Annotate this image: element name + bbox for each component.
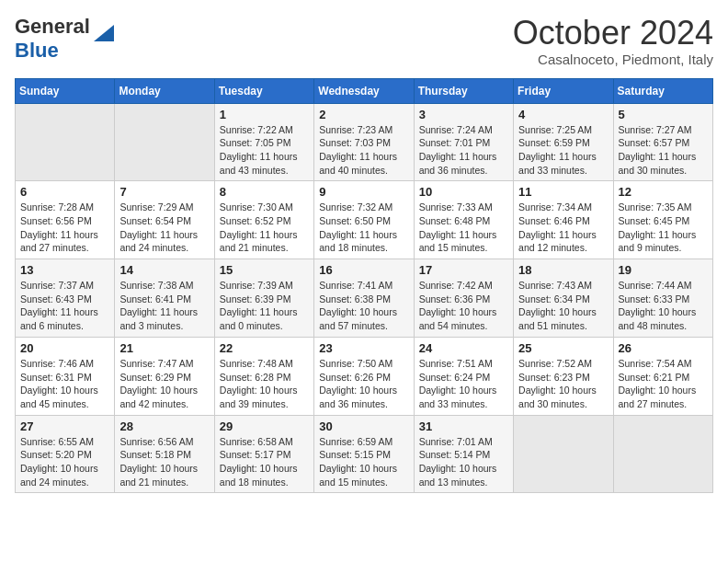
day-number: 7	[119, 185, 209, 199]
logo-icon	[94, 25, 114, 41]
day-number: 25	[518, 341, 608, 355]
day-number: 11	[518, 185, 608, 199]
calendar-cell: 31Sunrise: 7:01 AMSunset: 5:14 PMDayligh…	[414, 415, 513, 493]
logo-general-text: General Blue	[15, 15, 90, 63]
calendar-cell: 6Sunrise: 7:28 AMSunset: 6:56 PMDaylight…	[16, 181, 115, 259]
calendar-cell: 29Sunrise: 6:58 AMSunset: 5:17 PMDayligh…	[214, 415, 313, 493]
page-header: General Blue October 2024 Casalnoceto, P…	[15, 15, 713, 67]
calendar-cell: 16Sunrise: 7:41 AMSunset: 6:38 PMDayligh…	[314, 259, 414, 338]
calendar-cell: 5Sunrise: 7:27 AMSunset: 6:57 PMDaylight…	[613, 103, 712, 181]
day-info: Sunrise: 7:42 AMSunset: 6:36 PMDaylight:…	[419, 279, 508, 333]
calendar-cell: 25Sunrise: 7:52 AMSunset: 6:23 PMDayligh…	[514, 337, 613, 415]
calendar-cell: 8Sunrise: 7:30 AMSunset: 6:52 PMDaylight…	[214, 181, 313, 259]
day-info: Sunrise: 7:48 AMSunset: 6:28 PMDaylight:…	[220, 357, 309, 411]
day-number: 18	[518, 263, 608, 277]
day-info: Sunrise: 7:27 AMSunset: 6:57 PMDaylight:…	[619, 123, 708, 178]
day-number: 12	[619, 185, 708, 199]
location: Casalnoceto, Piedmont, Italy	[513, 52, 713, 67]
day-info: Sunrise: 7:50 AMSunset: 6:26 PMDaylight:…	[319, 357, 408, 411]
day-info: Sunrise: 7:24 AMSunset: 7:01 PMDaylight:…	[419, 123, 508, 178]
column-header-friday: Friday	[514, 78, 613, 103]
day-info: Sunrise: 7:28 AMSunset: 6:56 PMDaylight:…	[20, 201, 109, 255]
day-info: Sunrise: 7:34 AMSunset: 6:46 PMDaylight:…	[518, 201, 608, 255]
calendar-cell: 12Sunrise: 7:35 AMSunset: 6:45 PMDayligh…	[613, 181, 712, 259]
week-row-2: 6Sunrise: 7:28 AMSunset: 6:56 PMDaylight…	[16, 181, 713, 259]
svg-marker-0	[94, 25, 114, 41]
day-number: 10	[419, 185, 508, 199]
column-header-sunday: Sunday	[16, 78, 115, 103]
column-header-wednesday: Wednesday	[314, 78, 414, 103]
day-number: 8	[220, 185, 309, 199]
day-number: 2	[319, 108, 408, 121]
logo-general: General	[15, 15, 90, 38]
calendar-cell: 17Sunrise: 7:42 AMSunset: 6:36 PMDayligh…	[414, 259, 513, 338]
day-info: Sunrise: 7:25 AMSunset: 6:59 PMDaylight:…	[518, 123, 608, 178]
calendar-cell: 14Sunrise: 7:38 AMSunset: 6:41 PMDayligh…	[115, 259, 214, 338]
day-number: 3	[419, 108, 508, 121]
calendar-table: SundayMondayTuesdayWednesdayThursdayFrid…	[15, 78, 713, 494]
month-title: October 2024	[513, 15, 713, 52]
calendar-cell: 4Sunrise: 7:25 AMSunset: 6:59 PMDaylight…	[514, 103, 613, 181]
day-info: Sunrise: 6:59 AMSunset: 5:15 PMDaylight:…	[319, 435, 408, 489]
calendar-cell: 26Sunrise: 7:54 AMSunset: 6:21 PMDayligh…	[613, 337, 712, 415]
calendar-cell: 20Sunrise: 7:46 AMSunset: 6:31 PMDayligh…	[16, 337, 115, 415]
calendar-cell: 23Sunrise: 7:50 AMSunset: 6:26 PMDayligh…	[314, 337, 414, 415]
day-number: 30	[319, 419, 408, 433]
calendar-cell: 21Sunrise: 7:47 AMSunset: 6:29 PMDayligh…	[115, 337, 214, 415]
day-number: 29	[220, 419, 309, 433]
day-info: Sunrise: 7:52 AMSunset: 6:23 PMDaylight:…	[518, 357, 608, 411]
calendar-cell: 11Sunrise: 7:34 AMSunset: 6:46 PMDayligh…	[514, 181, 613, 259]
calendar-cell: 7Sunrise: 7:29 AMSunset: 6:54 PMDaylight…	[115, 181, 214, 259]
calendar-cell: 19Sunrise: 7:44 AMSunset: 6:33 PMDayligh…	[613, 259, 712, 338]
day-number: 23	[319, 341, 408, 355]
day-number: 27	[20, 419, 109, 433]
calendar-cell: 22Sunrise: 7:48 AMSunset: 6:28 PMDayligh…	[214, 337, 313, 415]
week-row-4: 20Sunrise: 7:46 AMSunset: 6:31 PMDayligh…	[16, 337, 713, 415]
calendar-cell	[16, 103, 115, 181]
logo-blue: Blue	[15, 39, 59, 62]
calendar-header-row: SundayMondayTuesdayWednesdayThursdayFrid…	[16, 78, 713, 103]
calendar-cell: 10Sunrise: 7:33 AMSunset: 6:48 PMDayligh…	[414, 181, 513, 259]
calendar-cell	[115, 103, 214, 181]
day-info: Sunrise: 7:54 AMSunset: 6:21 PMDaylight:…	[619, 357, 708, 411]
day-number: 24	[419, 341, 508, 355]
day-info: Sunrise: 7:30 AMSunset: 6:52 PMDaylight:…	[220, 201, 309, 255]
calendar-cell: 24Sunrise: 7:51 AMSunset: 6:24 PMDayligh…	[414, 337, 513, 415]
day-number: 16	[319, 263, 408, 277]
day-number: 31	[419, 419, 508, 433]
day-info: Sunrise: 7:41 AMSunset: 6:38 PMDaylight:…	[319, 279, 408, 333]
calendar-cell: 18Sunrise: 7:43 AMSunset: 6:34 PMDayligh…	[514, 259, 613, 338]
day-info: Sunrise: 7:38 AMSunset: 6:41 PMDaylight:…	[119, 279, 209, 333]
column-header-monday: Monday	[115, 78, 214, 103]
calendar-cell	[613, 415, 712, 493]
day-info: Sunrise: 7:37 AMSunset: 6:43 PMDaylight:…	[20, 279, 109, 333]
column-header-tuesday: Tuesday	[214, 78, 313, 103]
day-number: 14	[119, 263, 209, 277]
calendar-cell: 2Sunrise: 7:23 AMSunset: 7:03 PMDaylight…	[314, 103, 414, 181]
day-number: 26	[619, 341, 708, 355]
week-row-1: 1Sunrise: 7:22 AMSunset: 7:05 PMDaylight…	[16, 103, 713, 181]
column-header-saturday: Saturday	[613, 78, 712, 103]
day-number: 15	[220, 263, 309, 277]
day-number: 9	[319, 185, 408, 199]
day-info: Sunrise: 7:23 AMSunset: 7:03 PMDaylight:…	[319, 123, 408, 178]
day-number: 13	[20, 263, 109, 277]
day-info: Sunrise: 7:29 AMSunset: 6:54 PMDaylight:…	[119, 201, 209, 255]
day-info: Sunrise: 7:43 AMSunset: 6:34 PMDaylight:…	[518, 279, 608, 333]
column-header-thursday: Thursday	[414, 78, 513, 103]
calendar-cell	[514, 415, 613, 493]
day-info: Sunrise: 7:33 AMSunset: 6:48 PMDaylight:…	[419, 201, 508, 255]
day-number: 21	[119, 341, 209, 355]
day-info: Sunrise: 7:51 AMSunset: 6:24 PMDaylight:…	[419, 357, 508, 411]
logo: General Blue	[15, 15, 114, 63]
calendar-cell: 3Sunrise: 7:24 AMSunset: 7:01 PMDaylight…	[414, 103, 513, 181]
calendar-cell: 13Sunrise: 7:37 AMSunset: 6:43 PMDayligh…	[16, 259, 115, 338]
day-number: 6	[20, 185, 109, 199]
day-number: 19	[619, 263, 708, 277]
day-info: Sunrise: 6:58 AMSunset: 5:17 PMDaylight:…	[220, 435, 309, 489]
day-info: Sunrise: 7:39 AMSunset: 6:39 PMDaylight:…	[220, 279, 309, 333]
day-number: 17	[419, 263, 508, 277]
day-number: 5	[619, 108, 708, 121]
day-info: Sunrise: 7:32 AMSunset: 6:50 PMDaylight:…	[319, 201, 408, 255]
day-number: 20	[20, 341, 109, 355]
